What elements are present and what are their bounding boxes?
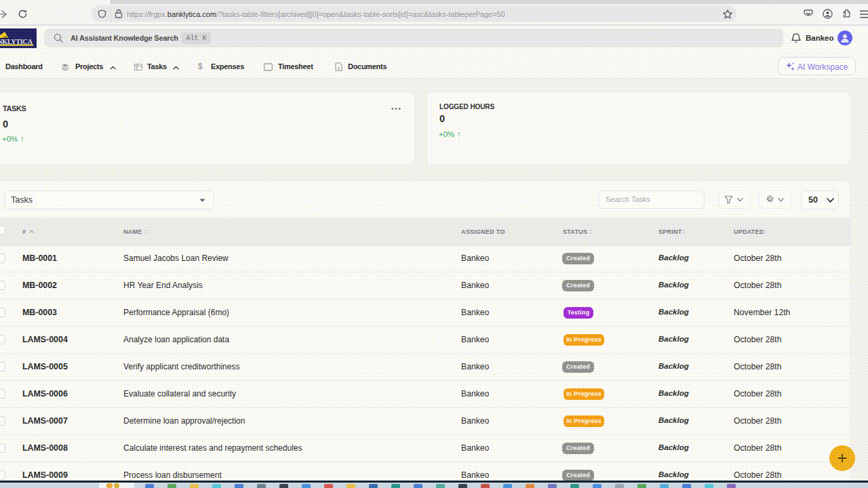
- svg-text:NKLYTICA: NKLYTICA: [0, 38, 33, 45]
